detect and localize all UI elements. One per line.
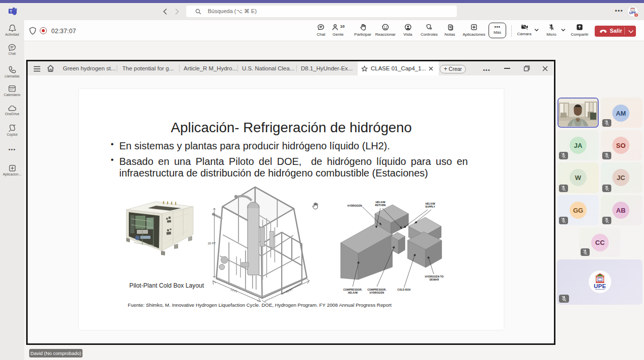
svg-text:SUPPLY: SUPPLY <box>425 205 435 208</box>
svg-text:20 FT: 20 FT <box>208 242 216 245</box>
svg-text:UPE: UPE <box>594 283 606 289</box>
svg-text:DEWAR: DEWAR <box>430 278 439 281</box>
svg-text:HYDROGEN: HYDROGEN <box>348 204 362 207</box>
svg-text:HYDROGEN: HYDROGEN <box>370 291 384 294</box>
svg-text:COLD BOX: COLD BOX <box>397 288 411 291</box>
svg-text:13 FT: 13 FT <box>230 288 238 293</box>
svg-text:HELIUM: HELIUM <box>348 291 357 294</box>
svg-text:T: T <box>10 9 12 14</box>
svg-text:15 FT: 15 FT <box>285 288 293 293</box>
svg-text:RETURN: RETURN <box>375 204 386 207</box>
